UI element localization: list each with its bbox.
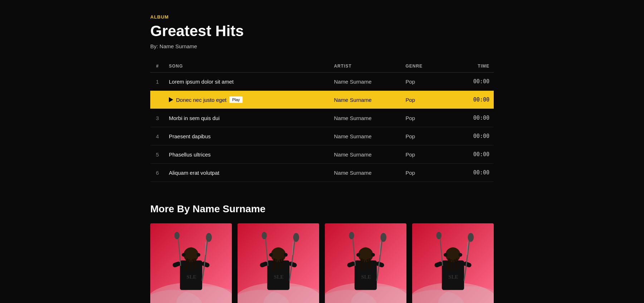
- album-art: SLE: [150, 223, 232, 303]
- track-artist: Name Surname: [330, 91, 401, 109]
- track-title-text: Donec nec justo eget: [176, 97, 226, 103]
- svg-point-56: [356, 253, 360, 257]
- track-time: 00:00: [444, 145, 494, 164]
- svg-point-34: [269, 253, 273, 257]
- svg-point-57: [371, 253, 375, 257]
- svg-point-50: [358, 247, 373, 262]
- more-section: More By Name Surname: [150, 203, 494, 303]
- table-row[interactable]: Donec nec justo eget Play Name Surname P…: [150, 91, 494, 109]
- svg-text:SLE: SLE: [361, 274, 371, 280]
- svg-line-55: [365, 260, 366, 272]
- table-row[interactable]: 1 Lorem ipsum dolor sit amet Name Surnam…: [150, 73, 494, 91]
- svg-point-65: [349, 232, 354, 239]
- track-time: 00:00: [444, 164, 494, 182]
- more-section-title: More By Name Surname: [150, 203, 494, 215]
- track-genre: Pop: [401, 145, 444, 164]
- track-title: Lorem ipsum dolor sit amet: [165, 73, 330, 91]
- track-time: 00:00: [444, 73, 494, 91]
- svg-line-33: [278, 260, 278, 272]
- track-number: 3: [150, 109, 165, 127]
- svg-text:SLE: SLE: [187, 274, 196, 280]
- track-number: 5: [150, 145, 165, 164]
- album-art: SLE: [412, 223, 494, 303]
- col-header-artist: ARTIST: [330, 60, 401, 73]
- col-header-number: #: [150, 60, 165, 73]
- artist-name-text: Name Surname: [160, 43, 197, 49]
- table-row[interactable]: 3 Morbi in sem quis dui Name Surname Pop…: [150, 109, 494, 127]
- track-artist: Name Surname: [330, 127, 401, 145]
- svg-point-21: [174, 232, 180, 239]
- album-art: SLE: [325, 223, 406, 303]
- album-card[interactable]: SLE: [238, 223, 319, 303]
- play-icon: [169, 97, 173, 102]
- track-genre: Pop: [401, 164, 444, 182]
- svg-point-40: [293, 233, 299, 242]
- track-number: 6: [150, 164, 165, 182]
- svg-point-6: [184, 247, 198, 262]
- album-card[interactable]: SLE: [150, 223, 232, 303]
- col-header-time: TIME: [444, 60, 494, 73]
- track-genre: Pop: [401, 73, 444, 91]
- svg-point-62: [380, 233, 386, 242]
- track-title: Donec nec justo eget Play: [165, 91, 330, 109]
- svg-line-11: [190, 260, 191, 272]
- play-tooltip[interactable]: Play: [229, 96, 243, 103]
- svg-text:SLE: SLE: [449, 274, 458, 280]
- album-card[interactable]: SLE: [325, 223, 406, 303]
- svg-point-43: [262, 232, 267, 239]
- svg-point-79: [459, 253, 462, 257]
- svg-point-72: [445, 247, 460, 262]
- svg-line-77: [452, 260, 453, 272]
- track-genre: Pop: [401, 109, 444, 127]
- track-title: Aliquam erat volutpat: [165, 164, 330, 182]
- by-prefix: By:: [150, 43, 158, 49]
- svg-text:SLE: SLE: [274, 274, 284, 280]
- album-label: ALBUM: [150, 14, 494, 20]
- track-artist: Name Surname: [330, 145, 401, 164]
- table-row[interactable]: 5 Phasellus ultrices Name Surname Pop 00…: [150, 145, 494, 164]
- track-artist: Name Surname: [330, 73, 401, 91]
- track-artist: Name Surname: [330, 109, 401, 127]
- svg-point-13: [197, 253, 200, 257]
- track-table: # SONG ARTIST GENRE TIME 1 Lorem ipsum d…: [150, 60, 494, 182]
- track-time: 00:00: [444, 109, 494, 127]
- album-card[interactable]: SLE: [412, 223, 494, 303]
- col-header-song: SONG: [165, 60, 330, 73]
- track-number: 4: [150, 127, 165, 145]
- col-header-genre: GENRE: [401, 60, 444, 73]
- track-artist: Name Surname: [330, 164, 401, 182]
- track-genre: Pop: [401, 127, 444, 145]
- svg-point-84: [468, 233, 474, 242]
- track-number: [150, 91, 165, 109]
- svg-point-12: [182, 253, 185, 257]
- track-title: Phasellus ultrices: [165, 145, 330, 164]
- track-time: 00:00: [444, 91, 494, 109]
- table-row[interactable]: 6 Aliquam erat volutpat Name Surname Pop…: [150, 164, 494, 182]
- track-time: 00:00: [444, 127, 494, 145]
- track-number: 1: [150, 73, 165, 91]
- svg-point-78: [444, 253, 447, 257]
- svg-point-87: [436, 232, 441, 239]
- album-art: SLE: [238, 223, 319, 303]
- album-artist-byline: By: Name Surname: [150, 43, 494, 49]
- track-title: Morbi in sem quis dui: [165, 109, 330, 127]
- svg-point-28: [271, 247, 286, 262]
- track-genre: Pop: [401, 91, 444, 109]
- album-grid: SLE: [150, 223, 494, 303]
- svg-point-18: [206, 233, 212, 242]
- album-title: Greatest Hits: [150, 23, 494, 40]
- table-row[interactable]: 4 Praesent dapibus Name Surname Pop 00:0…: [150, 127, 494, 145]
- track-title: Praesent dapibus: [165, 127, 330, 145]
- svg-point-35: [284, 253, 288, 257]
